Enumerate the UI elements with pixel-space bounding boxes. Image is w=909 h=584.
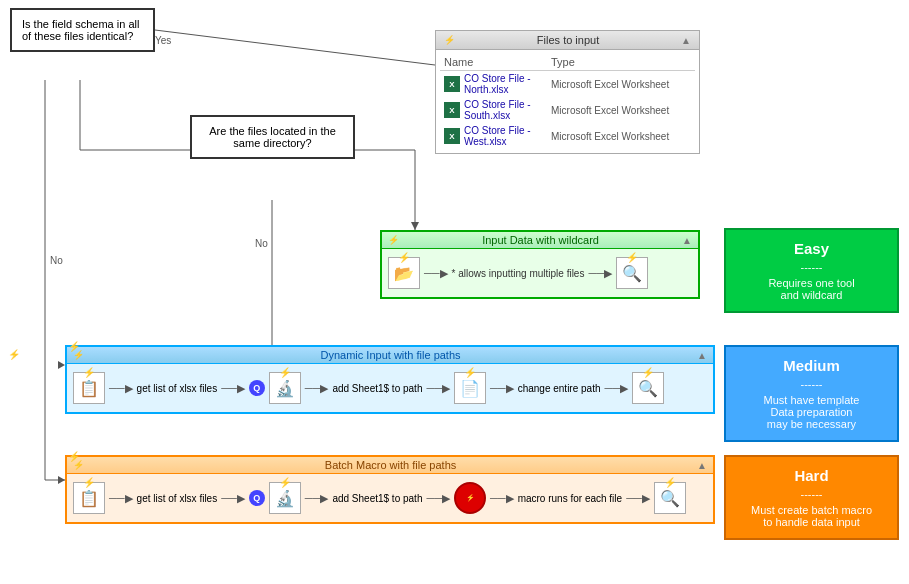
decision-box-1: Is the field schema in all of these file… [10,8,155,52]
dyn-arrow1: ──▶ [109,382,133,395]
wildcard-body: ⚡ 📂 ──▶ * allows inputting multiple file… [382,249,698,297]
batch-browse-icon: ⚡ 🔍 [654,482,686,514]
col-type-header: Type [551,56,691,68]
difficulty-hard: Hard ------ Must create batch macroto ha… [724,455,899,540]
excel-icon-2: X [444,102,460,118]
bat-arrow6: ──▶ [626,492,650,505]
wildcard-bolt: ⚡ [388,235,399,245]
bolt-d1: ⚡ [83,367,95,378]
medium-desc: Must have templateData preparationmay be… [736,394,887,430]
yes-label-1: Yes [155,35,171,46]
hard-title: Hard [736,467,887,484]
batch-input-icon: ⚡ 📋 [73,482,105,514]
files-panel-body: Name Type X CO Store File - North.xlsx M… [436,50,699,153]
files-panel-bolt: ⚡ [444,35,455,45]
dynamic-header: ⚡ Dynamic Input with file paths ▲ [67,347,713,364]
file-name-1: CO Store File - North.xlsx [464,73,551,95]
easy-sep: ------ [736,261,887,273]
easy-desc: Requires one tooland wildcard [736,277,887,301]
bat-arrow2: ──▶ [221,492,245,505]
file-name-2: CO Store File - South.xlsx [464,99,551,121]
svg-marker-11 [58,476,65,484]
q-icon-batch: Q [249,490,265,506]
svg-line-0 [155,30,435,65]
difficulty-medium: Medium ------ Must have templateData pre… [724,345,899,442]
medium-sep: ------ [736,378,887,390]
dynamic-formula-icon: ⚡ 🔬 [269,372,301,404]
dyn-arrow2: ──▶ [221,382,245,395]
bolt-b3: ⚡ [466,494,475,502]
bat-arrow4: ──▶ [426,492,450,505]
bolt-b2: ⚡ [279,477,291,488]
dynamic-step1: get list of xlsx files [137,383,218,394]
wildcard-scroll[interactable]: ▲ [682,235,692,246]
file-type-3: Microsoft Excel Worksheet [551,131,691,142]
file-row-2: X CO Store File - South.xlsx Microsoft E… [440,97,695,123]
bolt-b1: ⚡ [83,477,95,488]
excel-icon-3: X [444,128,460,144]
bat-arrow3: ──▶ [305,492,329,505]
wildcard-header: ⚡ Input Data with wildcard ▲ [382,232,698,249]
batch-container: ⚡ Batch Macro with file paths ▲ ⚡ 📋 ──▶ … [65,455,715,524]
svg-marker-9 [411,222,419,230]
hard-desc: Must create batch macroto handle data in… [736,504,887,528]
bat-arrow5: ──▶ [490,492,514,505]
file-type-1: Microsoft Excel Worksheet [551,79,691,90]
dynamic-browse-icon: ⚡ 🔍 [632,372,664,404]
bolt-d2: ⚡ [279,367,291,378]
batch-step1: get list of xlsx files [137,493,218,504]
dynamic-scroll[interactable]: ▲ [697,350,707,361]
batch-formula-icon: ⚡ 🔬 [269,482,301,514]
wildcard-container: ⚡ Input Data with wildcard ▲ ⚡ 📂 ──▶ * a… [380,230,700,299]
file-row-3: X CO Store File - West.xlsx Microsoft Ex… [440,123,695,149]
easy-title: Easy [736,240,887,257]
wildcard-arrow: ──▶ [424,267,448,280]
files-panel: ⚡ Files to input ▲ Name Type X CO Store … [435,30,700,154]
dyn-arrow3: ──▶ [305,382,329,395]
batch-step3: macro runs for each file [518,493,623,504]
no-label-2: No [255,238,268,249]
hard-sep: ------ [736,488,887,500]
edge-bolt-no: ⚡ [8,349,20,360]
files-panel-title: Files to input [537,34,599,46]
medium-title: Medium [736,357,887,374]
file-name-3: CO Store File - West.xlsx [464,125,551,147]
decision-text-1: Is the field schema in all of these file… [22,18,139,42]
wildcard-browse-icon: ⚡ 🔍 [616,257,648,289]
dyn-arrow6: ──▶ [604,382,628,395]
wildcard-title: Input Data with wildcard [482,234,599,246]
bolt-b4: ⚡ [664,477,676,488]
bolt-1: ⚡ [398,252,410,263]
dyn-arrow5: ──▶ [490,382,514,395]
macro-run-icon: ⚡ [454,482,486,514]
no-label-1: No [50,255,63,266]
decision-text-2: Are the files located in the same direct… [209,125,336,149]
files-panel-scroll[interactable]: ▲ [681,35,691,46]
bat-arrow1: ──▶ [109,492,133,505]
decision-box-2: Are the files located in the same direct… [190,115,355,159]
edge-bolt-dynamic: ⚡ [68,341,80,352]
dynamic-body: ⚡ 📋 ──▶ get list of xlsx files ──▶ Q ⚡ 🔬… [67,364,713,412]
batch-scroll[interactable]: ▲ [697,460,707,471]
batch-step2: add Sheet1$ to path [332,493,422,504]
dynamic-title: Dynamic Input with file paths [321,349,461,361]
wildcard-label: * allows inputting multiple files [452,268,585,279]
dynamic-input-icon: ⚡ 📋 [73,372,105,404]
files-col-headers: Name Type [440,54,695,71]
svg-marker-10 [58,361,65,369]
bolt-d3: ⚡ [464,367,476,378]
edge-bolt-batch: ⚡ [68,451,80,462]
batch-body: ⚡ 📋 ──▶ get list of xlsx files ──▶ Q ⚡ 🔬… [67,474,713,522]
dynamic-step3: change entire path [518,383,601,394]
file-type-2: Microsoft Excel Worksheet [551,105,691,116]
wildcard-input-icon: ⚡ 📂 [388,257,420,289]
dyn-arrow4: ──▶ [426,382,450,395]
excel-icon-1: X [444,76,460,92]
batch-header: ⚡ Batch Macro with file paths ▲ [67,457,713,474]
dynamic-transform-icon: ⚡ 📄 [454,372,486,404]
bolt-2: ⚡ [626,252,638,263]
bolt-d4: ⚡ [642,367,654,378]
files-panel-header: ⚡ Files to input ▲ [436,31,699,50]
difficulty-easy: Easy ------ Requires one tooland wildcar… [724,228,899,313]
batch-title: Batch Macro with file paths [325,459,456,471]
